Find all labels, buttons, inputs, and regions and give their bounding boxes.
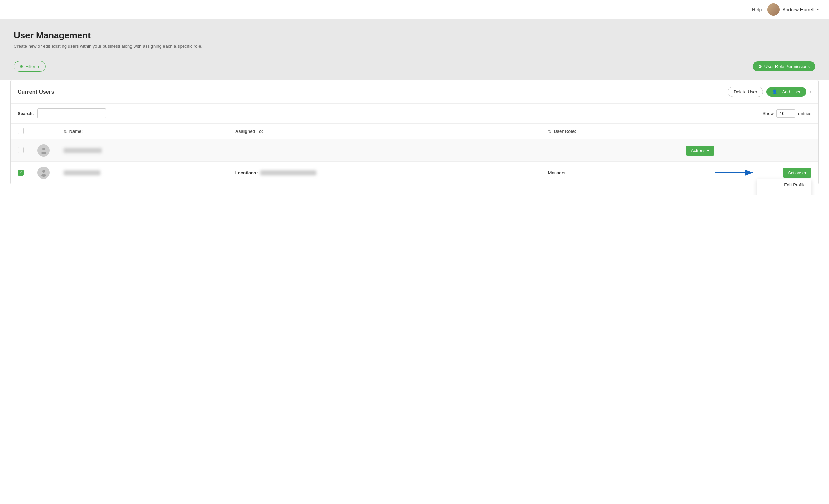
add-user-button[interactable]: 👤+ Add User [766,87,806,97]
th-role: ⇅ User Role: [541,124,679,139]
row2-role-value: Manager [548,170,566,175]
row2-checkbox[interactable]: ✓ [18,170,24,176]
page-title: User Management [14,30,815,41]
row2-actions-label: Actions [788,170,803,175]
page-header: User Management Create new or edit exist… [0,19,829,56]
actions-dropdown-menu: Edit Profile Delete [757,179,811,195]
th-role-label: User Role: [554,129,576,134]
chevron-down-icon: ▾ [817,8,819,11]
row1-assigned-cell [228,139,541,162]
add-user-icon: 👤+ [772,89,780,94]
row2-assigned-cell: Locations: Blurred Location Value Here [228,162,541,184]
page-subtitle: Create new or edit existing users within… [14,44,815,49]
row1-avatar [37,144,50,157]
row1-name: Blurred Name User [64,148,102,153]
th-assigned-label: Assigned To: [235,129,263,134]
row1-check-cell [11,139,31,162]
search-input[interactable] [37,108,106,118]
toolbar: ⚙ Filter ▾ ⚙ User Role Permissions [0,56,829,80]
search-row: Search: Show entries [11,104,818,124]
show-label: Show [762,111,774,116]
avatar [767,3,780,16]
table-header-row: ⇅ Name: Assigned To: ⇅ User Role: [11,124,818,139]
row1-actions-button[interactable]: Actions ▾ [686,146,715,156]
chevron-down-icon: ▾ [707,148,709,153]
show-entries: Show entries [762,109,811,118]
th-actions [679,124,818,139]
sort-role-icon: ⇅ [548,129,551,134]
row2-actions-dropdown: Actions ▾ Edit Profile Delete [783,168,811,178]
th-name: ⇅ Name: [57,124,228,139]
user-table: ⇅ Name: Assigned To: ⇅ User Role: [11,124,818,184]
svg-point-2 [42,170,45,173]
th-name-label: Name: [69,129,83,134]
row1-avatar-cell [31,139,57,162]
main-card: Current Users Delete User 👤+ Add User › … [10,80,819,184]
help-link[interactable]: Help [752,7,762,12]
gear-icon: ⚙ [758,64,762,69]
row1-actions-cell: Actions ▾ [679,139,818,162]
entries-label: entries [798,111,811,116]
edit-profile-item[interactable]: Edit Profile [757,179,811,191]
chevron-down-icon: ▾ [804,170,807,175]
row2-actions-button[interactable]: Actions ▾ [783,168,811,178]
row2-assigned-value: Blurred Location Value Here [260,170,316,175]
delete-item[interactable]: Delete [757,191,811,195]
delete-user-button[interactable]: Delete User [728,87,763,97]
row2-avatar [37,167,50,179]
svg-point-0 [42,148,45,150]
search-area: Search: [18,108,106,118]
sort-name-icon: ⇅ [64,129,67,134]
row2-actions-cell: Actions ▾ Edit Profile Delete [679,162,818,184]
card-title: Current Users [18,89,54,95]
th-assigned: Assigned To: [228,124,541,139]
add-user-label: Add User [782,89,800,94]
svg-point-3 [41,174,46,177]
select-all-checkbox[interactable] [18,128,24,134]
user-name: Andrew Hurrell [782,7,814,12]
permissions-label: User Role Permissions [764,64,810,69]
user-role-permissions-button[interactable]: ⚙ User Role Permissions [753,61,815,71]
top-nav: Help Andrew Hurrell ▾ [0,0,829,19]
row2-name-cell: Blurred Name Two [57,162,228,184]
table-row: Blurred Name User Actions ▾ [11,139,818,162]
filter-button[interactable]: ⚙ Filter ▾ [14,61,46,72]
row1-checkbox[interactable] [18,147,24,153]
entries-input[interactable] [776,109,795,118]
row1-name-cell: Blurred Name User [57,139,228,162]
blue-arrow [715,168,757,178]
card-header-actions: Delete User 👤+ Add User › [728,87,811,97]
row2-assigned-label: Locations: [235,170,258,175]
search-label: Search: [18,111,34,116]
card-header: Current Users Delete User 👤+ Add User › [11,80,818,104]
actions-area: Actions ▾ [783,168,811,178]
row2-name: Blurred Name Two [64,170,100,175]
table-row: ✓ Blurred Name Two Locations: Blurred [11,162,818,184]
row2-check-cell: ✓ [11,162,31,184]
row2-role-cell: Manager [541,162,679,184]
svg-point-1 [41,152,46,154]
row2-avatar-cell [31,162,57,184]
user-menu[interactable]: Andrew Hurrell ▾ [767,3,819,16]
chevron-down-icon: ▾ [37,64,40,69]
filter-label: Filter [25,64,35,69]
collapse-button[interactable]: › [810,89,811,95]
filter-icon: ⚙ [20,64,23,69]
th-avatar [31,124,57,139]
th-select-all [11,124,31,139]
row1-actions-label: Actions [691,148,706,153]
row1-role-cell [541,139,679,162]
